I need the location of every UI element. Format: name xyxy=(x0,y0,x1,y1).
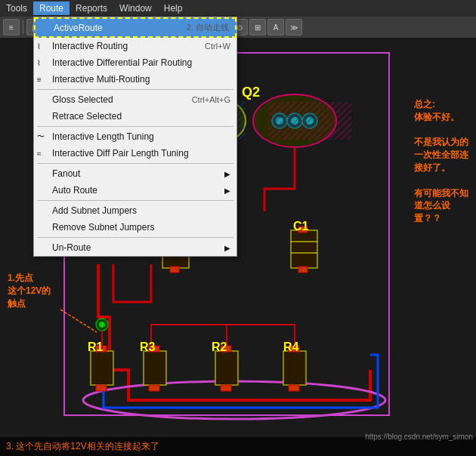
svg-rect-28 xyxy=(298,267,308,273)
menu-item-add-subnet-jumpers[interactable]: Add Subnet Jumpers xyxy=(34,202,236,219)
menu-item-interactive-routing-label: Interactive Routing xyxy=(52,41,128,51)
watermark: https://blog.csdn.net/sym_simon xyxy=(365,433,473,441)
separator-4 xyxy=(37,200,233,201)
menu-item-interactive-routing[interactable]: ⌇ Interactive Routing Ctrl+W xyxy=(34,38,236,54)
separator-5 xyxy=(37,237,233,238)
menu-item-remove-subnet-jumpers[interactable]: Remove Subnet Jumpers xyxy=(34,219,236,236)
route-dropdown-menu: ActiveRoute 2. 自动走线 ⌇ Interactive Routin… xyxy=(33,17,237,257)
menu-item-retrace[interactable]: Retrace Selected xyxy=(34,108,236,125)
menu-item-fanout-label: Fanout xyxy=(52,168,80,179)
separator-1 xyxy=(37,89,233,90)
svg-rect-23 xyxy=(170,267,179,273)
menubar-window[interactable]: Window xyxy=(113,2,158,15)
svg-text:R4: R4 xyxy=(283,340,299,353)
diff-pair-icon: ⌇ xyxy=(37,59,41,67)
menu-item-un-route[interactable]: Un-Route ▶ xyxy=(34,239,236,256)
menu-item-length-tuning-label: Interactive Length Tuning xyxy=(52,131,154,142)
svg-rect-42 xyxy=(289,385,299,391)
svg-rect-37 xyxy=(215,351,238,385)
menu-item-gloss[interactable]: Gloss Selected Ctrl+Alt+G xyxy=(34,91,236,108)
svg-rect-40 xyxy=(283,351,306,385)
menu-item-diff-pair-routing-label: Interactive Differential Pair Routing xyxy=(52,57,192,68)
menu-item-diff-length-tuning[interactable]: ≈ Interactive Diff Pair Length Tuning xyxy=(34,145,236,162)
menu-item-auto-route-label: Auto Route xyxy=(52,185,97,196)
svg-text:R2: R2 xyxy=(212,340,227,353)
svg-rect-24 xyxy=(291,230,317,268)
menu-item-auto-route[interactable]: Auto Route ▶ xyxy=(34,182,236,199)
svg-rect-31 xyxy=(96,385,107,391)
toolbar-btn-10[interactable]: ⊞ xyxy=(249,19,266,35)
menubar-help[interactable]: Help xyxy=(158,2,189,15)
menu-item-gloss-label: Gloss Selected xyxy=(52,94,113,105)
svg-rect-29 xyxy=(91,351,113,385)
diff-length-icon: ≈ xyxy=(37,149,42,158)
toolbar-text[interactable]: A xyxy=(267,19,284,35)
fanout-submenu-arrow: ▶ xyxy=(224,170,230,178)
menu-item-retrace-label: Retrace Selected xyxy=(52,111,122,122)
menu-item-multi-routing-label: Interactive Multi-Routing xyxy=(52,74,150,85)
menu-item-activeroute-shortcut: 2. 自动走线 xyxy=(187,22,229,33)
menu-item-activeroute[interactable]: ActiveRoute 2. 自动走线 xyxy=(34,17,236,38)
multi-routing-icon: ≡ xyxy=(37,75,42,84)
menubar: Tools Route Reports Window Help xyxy=(0,0,476,17)
svg-rect-15 xyxy=(268,102,351,140)
menu-item-add-subnet-jumpers-label: Add Subnet Jumpers xyxy=(52,205,137,216)
annotation-1: 1.先点这个12V的触点 xyxy=(8,272,51,310)
toolbar-sep-1 xyxy=(23,20,23,34)
un-route-submenu-arrow: ▶ xyxy=(224,244,230,252)
toolbar-doc-btn[interactable]: ≡ xyxy=(3,19,20,35)
svg-text:R3: R3 xyxy=(140,340,156,353)
menu-item-diff-pair-routing[interactable]: ⌇ Interactive Differential Pair Routing xyxy=(34,54,236,71)
menu-item-fanout[interactable]: Fanout ▶ xyxy=(34,165,236,182)
menubar-tools[interactable]: Tools xyxy=(0,2,33,15)
routing-icon: ⌇ xyxy=(37,42,41,51)
menu-item-interactive-routing-shortcut: Ctrl+W xyxy=(205,42,230,51)
menu-item-length-tuning[interactable]: 〜 Interactive Length Tuning xyxy=(34,128,236,145)
length-tuning-icon: 〜 xyxy=(37,131,45,142)
menu-item-activeroute-label: ActiveRoute xyxy=(54,23,103,33)
svg-text:Q2: Q2 xyxy=(242,85,260,100)
svg-point-33 xyxy=(99,322,105,328)
menu-item-un-route-label: Un-Route xyxy=(52,242,91,253)
annotation-3: 总之:体验不好。不是我认为的一次性全部连接好了。有可能我不知道怎么设置？？ xyxy=(414,98,468,225)
svg-rect-36 xyxy=(149,385,159,391)
menu-item-multi-routing[interactable]: ≡ Interactive Multi-Routing xyxy=(34,71,236,88)
svg-text:C1: C1 xyxy=(293,220,309,233)
separator-2 xyxy=(37,126,233,127)
separator-3 xyxy=(37,163,233,164)
menubar-reports[interactable]: Reports xyxy=(70,2,113,15)
menu-item-gloss-shortcut: Ctrl+Alt+G xyxy=(192,95,230,104)
menu-item-diff-length-tuning-label: Interactive Diff Pair Length Tuning xyxy=(52,148,189,159)
menubar-route[interactable]: Route xyxy=(33,2,70,15)
menu-item-remove-subnet-jumpers-label: Remove Subnet Jumpers xyxy=(52,222,154,233)
auto-route-submenu-arrow: ▶ xyxy=(224,186,230,195)
svg-rect-39 xyxy=(221,385,231,391)
svg-text:R1: R1 xyxy=(88,340,104,353)
svg-rect-34 xyxy=(144,351,166,385)
toolbar-btn-11[interactable]: ≫ xyxy=(286,19,302,35)
